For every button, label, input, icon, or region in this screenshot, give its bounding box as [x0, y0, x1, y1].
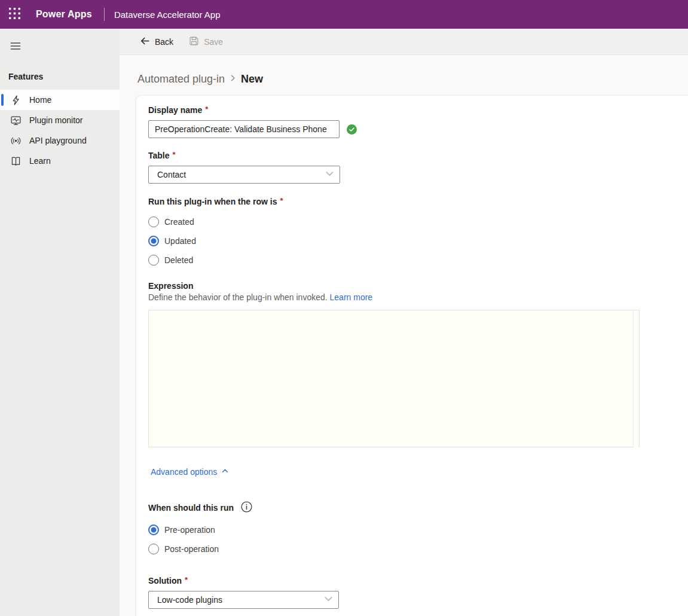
breadcrumb: Automated plug-in New [137, 73, 688, 86]
advanced-options-toggle[interactable]: Advanced options [151, 467, 229, 477]
solution-dropdown-value: Low-code plugins [157, 595, 222, 605]
page-content: Automated plug-in New Display name * [120, 55, 688, 616]
solution-label: Solution * [148, 576, 688, 585]
main-area: Back Save Automated plug-in [120, 29, 688, 616]
run-when-label: Run this plug-in when the row is * [148, 197, 688, 206]
app-window: Power Apps Dataverse Accelerator App Fea… [0, 0, 688, 616]
nav-toggle-button[interactable] [2, 35, 29, 59]
chevron-right-icon [228, 73, 237, 86]
breadcrumb-parent[interactable]: Automated plug-in [137, 73, 225, 86]
required-asterisk: * [205, 105, 208, 114]
monitor-pulse-icon [10, 114, 22, 126]
chevron-up-icon [221, 467, 229, 477]
sidebar-item-label: API playground [29, 136, 87, 145]
app-title: Dataverse Accelerator App [114, 10, 221, 20]
stage-label-row: When should this run [148, 501, 688, 515]
run-when-radio-group: Created Updated Deleted [148, 216, 688, 266]
live-broadcast-icon [10, 135, 22, 147]
flash-icon [10, 94, 22, 106]
save-floppy-icon [189, 36, 199, 48]
app-launcher-button[interactable] [0, 0, 29, 29]
breadcrumb-current: New [241, 73, 263, 86]
radio-updated[interactable]: Updated [148, 236, 688, 246]
save-button-label: Save [204, 37, 223, 47]
expression-editor-container [148, 310, 640, 449]
brand-title[interactable]: Power Apps [36, 9, 92, 20]
sidebar-item-label: Plugin monitor [29, 115, 83, 125]
radio-pre-operation[interactable]: Pre-operation [148, 524, 688, 535]
hamburger-icon [10, 40, 22, 54]
table-dropdown-value: Contact [157, 170, 186, 179]
form-card: Display name * Table * [136, 96, 688, 616]
stage-radio-group: Pre-operation Post-operation [148, 524, 688, 554]
display-name-label: Display name * [148, 105, 688, 115]
sidebar-heading: Features [8, 72, 120, 81]
top-header: Power Apps Dataverse Accelerator App [0, 0, 688, 29]
radio-circle-icon [148, 255, 159, 266]
sidebar-item-label: Learn [29, 156, 51, 166]
save-button[interactable]: Save [189, 36, 223, 48]
book-icon [10, 155, 22, 167]
table-dropdown[interactable]: Contact [148, 166, 340, 184]
sidebar: Features Home Pl [0, 29, 120, 616]
solution-dropdown[interactable]: Low-code plugins [148, 591, 339, 609]
learn-more-link[interactable]: Learn more [330, 292, 373, 302]
radio-circle-icon [148, 216, 159, 227]
sidebar-item-label: Home [29, 95, 51, 105]
expression-editor[interactable] [148, 310, 640, 447]
info-icon [240, 501, 253, 515]
radio-created[interactable]: Created [148, 216, 688, 227]
sidebar-item-learn[interactable]: Learn [0, 151, 120, 171]
required-asterisk: * [185, 575, 188, 584]
radio-circle-checked-icon [148, 524, 159, 535]
table-label: Table * [148, 151, 688, 160]
back-arrow-icon [140, 36, 150, 48]
display-name-input[interactable] [148, 120, 340, 138]
radio-circle-icon [148, 544, 159, 554]
radio-post-operation[interactable]: Post-operation [148, 544, 688, 554]
sidebar-item-home[interactable]: Home [0, 90, 120, 110]
sidebar-item-api-playground[interactable]: API playground [0, 130, 120, 151]
expression-description: Define the behavior of the plug-in when … [148, 292, 688, 302]
header-divider [104, 8, 105, 21]
back-button[interactable]: Back [140, 36, 173, 48]
success-check-icon [347, 124, 357, 135]
chevron-down-icon [323, 594, 334, 606]
radio-circle-checked-icon [148, 236, 159, 246]
waffle-icon [8, 7, 21, 22]
required-asterisk: * [173, 150, 176, 159]
radio-deleted[interactable]: Deleted [148, 255, 688, 266]
expression-label: Expression [148, 281, 688, 291]
stage-info-button[interactable] [240, 501, 253, 515]
required-asterisk: * [280, 196, 283, 205]
chevron-down-icon [325, 169, 335, 181]
back-button-label: Back [155, 37, 173, 47]
stage-label: When should this run [148, 503, 234, 513]
sidebar-item-plugin-monitor[interactable]: Plugin monitor [0, 110, 120, 130]
command-bar: Back Save [120, 29, 688, 55]
